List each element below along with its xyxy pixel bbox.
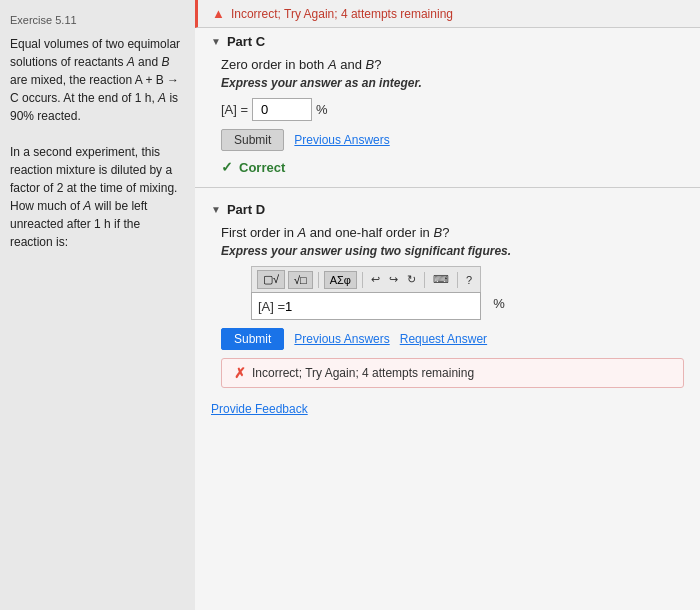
part-c-triangle: ▼ — [211, 36, 221, 47]
top-incorrect-banner: ▲ Incorrect; Try Again; 4 attempts remai… — [195, 0, 700, 28]
part-c-label: Part C — [227, 34, 265, 49]
part-d-label: Part D — [227, 202, 265, 217]
part-c-previous-answers[interactable]: Previous Answers — [294, 133, 389, 147]
part-c-input-row: [A] = 0 % — [221, 98, 684, 121]
check-icon: ✓ — [221, 159, 233, 175]
part-c-input-label: [A] = — [221, 102, 248, 117]
left-panel: Exercise 5.11 Equal volumes of two equim… — [0, 0, 195, 610]
part-d-request-answer[interactable]: Request Answer — [400, 332, 487, 346]
part-d-input[interactable] — [285, 299, 365, 314]
part-d-instruction: Express your answer using two significan… — [221, 244, 684, 258]
exercise-label: Exercise 5.11 — [10, 12, 185, 29]
toolbar-matrix-btn[interactable]: ▢√ — [257, 270, 285, 289]
problem-text: Equal volumes of two equimolar solutions… — [10, 35, 185, 251]
toolbar-separator-4 — [457, 272, 458, 288]
part-d-x-icon: ✗ — [234, 365, 246, 381]
math-toolbar: ▢√ √□ ΑΣφ ↩ ↪ ↻ ⌨ ? — [251, 266, 481, 292]
part-c-content: Zero order in both A and B? Express your… — [221, 57, 684, 175]
part-d-unit: % — [493, 296, 505, 311]
part-d-button-row: Submit Previous Answers Request Answer — [221, 328, 684, 350]
toolbar-sqrt-btn[interactable]: √□ — [288, 271, 313, 289]
toolbar-separator-1 — [318, 272, 319, 288]
section-divider — [195, 187, 700, 188]
part-c-section: ▼ Part C Zero order in both A and B? Exp… — [195, 28, 700, 179]
toolbar-separator-3 — [424, 272, 425, 288]
toolbar-separator-2 — [362, 272, 363, 288]
part-c-submit-button[interactable]: Submit — [221, 129, 284, 151]
refresh-icon[interactable]: ↻ — [404, 271, 419, 288]
right-panel: ▲ Incorrect; Try Again; 4 attempts remai… — [195, 0, 700, 610]
part-d-question: First order in A and one-half order in B… — [221, 225, 684, 240]
part-d-input-wrapper: [A] = — [251, 292, 481, 320]
correct-text: Correct — [239, 160, 285, 175]
help-icon: ? — [463, 272, 475, 288]
part-d-input-line: ▢√ √□ ΑΣφ ↩ ↪ ↻ ⌨ ? — [221, 266, 684, 320]
part-d-incorrect-text: Incorrect; Try Again; 4 attempts remaini… — [252, 366, 474, 380]
part-d-submit-button[interactable]: Submit — [221, 328, 284, 350]
part-c-correct-row: ✓ Correct — [221, 159, 684, 175]
redo-icon[interactable]: ↪ — [386, 271, 401, 288]
part-c-header: ▼ Part C — [211, 34, 684, 49]
part-d-incorrect-banner: ✗ Incorrect; Try Again; 4 attempts remai… — [221, 358, 684, 388]
part-c-button-row: Submit Previous Answers — [221, 129, 684, 151]
part-d-header: ▼ Part D — [211, 202, 684, 217]
top-banner-text: Incorrect; Try Again; 4 attempts remaini… — [231, 7, 453, 21]
part-c-question: Zero order in both A and B? — [221, 57, 684, 72]
part-d-previous-answers[interactable]: Previous Answers — [294, 332, 389, 346]
toolbar-sigma-btn[interactable]: ΑΣφ — [324, 271, 357, 289]
part-d-input-label: [A] = — [258, 299, 285, 314]
part-c-instruction: Express your answer as an integer. — [221, 76, 684, 90]
part-c-answer-display: 0 — [252, 98, 312, 121]
part-d-section: ▼ Part D First order in A and one-half o… — [195, 196, 700, 392]
part-d-input-field-row: [A] = — [252, 293, 480, 319]
part-d-content: First order in A and one-half order in B… — [221, 225, 684, 388]
top-x-icon: ▲ — [212, 6, 225, 21]
part-c-unit: % — [316, 102, 328, 117]
provide-feedback-link[interactable]: Provide Feedback — [195, 392, 700, 426]
undo-icon[interactable]: ↩ — [368, 271, 383, 288]
keyboard-icon[interactable]: ⌨ — [430, 271, 452, 288]
part-d-triangle: ▼ — [211, 204, 221, 215]
